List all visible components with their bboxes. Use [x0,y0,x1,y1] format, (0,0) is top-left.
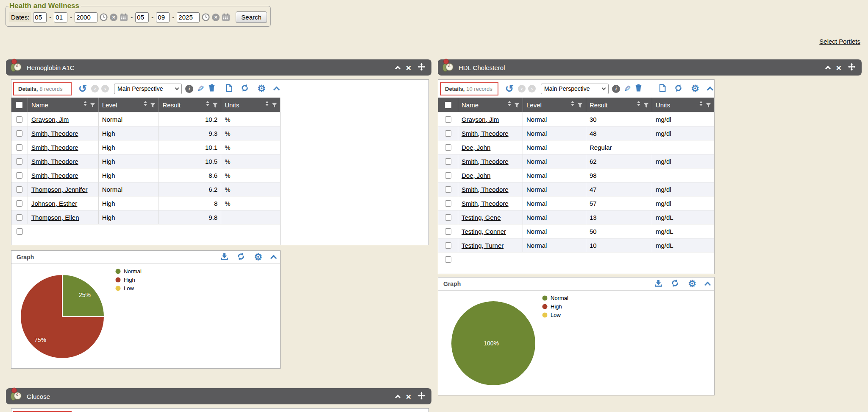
new-document-icon[interactable] [659,84,666,94]
filter-icon[interactable] [150,102,156,109]
next-icon[interactable]: › [528,85,536,92]
move-icon[interactable] [417,392,426,401]
edit-icon[interactable]: ✎ [624,84,631,93]
perspective-select[interactable]: Main Perspective [541,84,609,94]
undo-icon[interactable]: ↺ [78,84,87,93]
row-checkbox[interactable] [445,186,451,193]
from-calendar-icon[interactable] [120,13,128,21]
collapse-icon[interactable] [825,66,831,71]
row-checkbox[interactable] [16,144,22,151]
row-checkbox[interactable] [16,158,22,165]
portlet-titlebar[interactable]: Glucose × [6,388,431,404]
delete-icon[interactable] [635,84,642,93]
patient-link[interactable]: Thompson, Ellen [31,214,79,221]
patient-link[interactable]: Smith, Theodore [462,130,509,137]
row-checkbox[interactable] [16,130,22,137]
from-month-input[interactable] [33,12,47,22]
filter-icon[interactable] [90,102,95,109]
filter-icon[interactable] [272,102,277,109]
filter-icon[interactable] [706,102,711,109]
portlet-titlebar[interactable]: Hemoglobin A1C × [6,59,431,76]
move-icon[interactable] [417,63,426,73]
row-checkbox[interactable] [445,214,451,221]
sort-icon[interactable] [206,101,209,106]
settings-gear-icon[interactable]: ⚙ [688,279,696,289]
sort-icon[interactable] [699,101,703,106]
search-button[interactable]: Search [236,11,267,23]
collapse-panel-icon[interactable] [270,255,277,262]
close-icon[interactable]: × [406,392,411,401]
refresh-icon[interactable] [237,252,245,262]
patient-link[interactable]: Smith, Theodore [462,200,509,207]
undo-icon[interactable]: ↺ [505,84,514,93]
previous-icon[interactable]: ‹ [91,85,99,92]
row-checkbox[interactable] [16,214,22,221]
info-icon[interactable]: i [612,85,620,93]
settings-gear-icon[interactable]: ⚙ [254,252,262,262]
select-portlets-link[interactable]: Select Portlets [819,38,860,45]
to-day-input[interactable] [156,12,170,22]
collapse-icon[interactable] [395,395,401,400]
filter-icon[interactable] [212,102,218,109]
collapse-icon[interactable] [395,66,401,71]
edit-icon[interactable]: ✎ [197,84,204,93]
refresh-icon[interactable] [241,84,249,94]
row-checkbox[interactable] [445,256,451,263]
collapse-panel-icon[interactable] [704,282,711,289]
select-all-checkbox[interactable] [445,102,451,108]
download-icon[interactable] [221,253,228,262]
new-document-icon[interactable] [225,84,232,94]
row-checkbox[interactable] [445,228,451,235]
to-calendar-icon[interactable] [222,13,230,21]
row-checkbox[interactable] [445,144,451,151]
patient-link[interactable]: Testing, Turner [462,242,504,249]
patient-link[interactable]: Testing, Conner [462,228,506,235]
sort-icon[interactable] [637,101,640,106]
to-month-input[interactable] [135,12,149,22]
from-year-input[interactable] [75,12,97,22]
perspective-select[interactable]: Main Perspective [114,84,182,94]
patient-link[interactable]: Johnson, Esther [31,200,77,207]
to-time-icon[interactable] [202,13,210,21]
row-checkbox[interactable] [445,130,451,137]
patient-link[interactable]: Grayson, Jim [462,116,499,123]
filter-icon[interactable] [643,102,649,109]
row-checkbox[interactable] [16,200,22,207]
patient-link[interactable]: Grayson, Jim [31,116,69,123]
move-icon[interactable] [848,63,856,73]
patient-link[interactable]: Smith, Theodore [31,172,78,179]
from-clear-icon[interactable]: × [110,14,117,21]
patient-link[interactable]: Smith, Theodore [31,144,78,151]
row-checkbox[interactable] [17,228,23,235]
settings-gear-icon[interactable]: ⚙ [691,84,699,93]
patient-link[interactable]: Smith, Theodore [462,158,509,165]
refresh-icon[interactable] [671,279,679,289]
from-day-input[interactable] [54,12,67,22]
row-checkbox[interactable] [16,116,22,123]
row-checkbox[interactable] [445,172,451,179]
row-checkbox[interactable] [16,186,22,193]
previous-icon[interactable]: ‹ [518,85,526,92]
sort-icon[interactable] [265,101,269,106]
refresh-icon[interactable] [674,84,682,94]
patient-link[interactable]: Smith, Theodore [31,158,78,165]
to-year-input[interactable] [177,12,200,22]
next-icon[interactable]: › [101,85,109,92]
patient-link[interactable]: Testing, Gene [462,214,501,221]
patient-link[interactable]: Smith, Theodore [462,186,509,193]
close-icon[interactable]: × [406,63,411,72]
sort-icon[interactable] [571,101,574,106]
select-all-checkbox[interactable] [16,102,22,108]
filter-icon[interactable] [514,102,520,109]
info-icon[interactable]: i [185,85,193,93]
download-icon[interactable] [655,280,662,289]
row-checkbox[interactable] [445,158,451,165]
sort-icon[interactable] [508,101,511,106]
close-icon[interactable]: × [836,63,841,72]
row-checkbox[interactable] [445,116,451,123]
collapse-panel-icon[interactable] [707,87,714,93]
delete-icon[interactable] [209,84,215,93]
from-time-icon[interactable] [100,13,108,21]
filter-icon[interactable] [577,102,583,109]
to-clear-icon[interactable]: × [212,14,220,21]
